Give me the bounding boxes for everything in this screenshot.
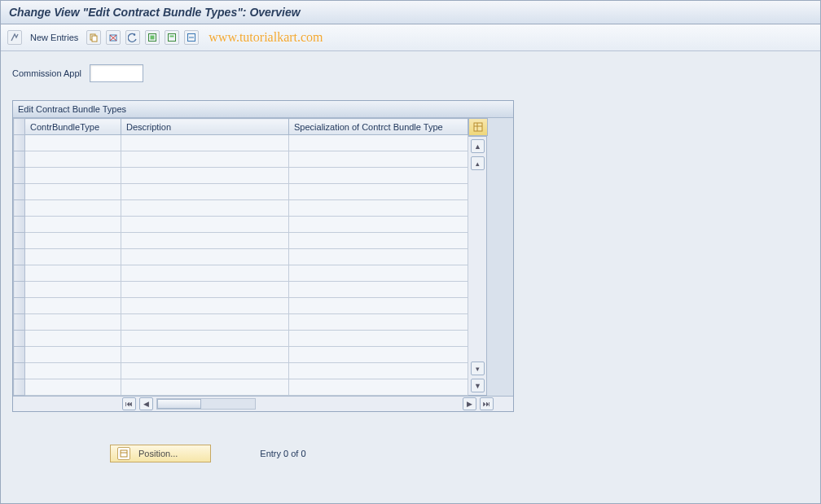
cell-description[interactable] (121, 217, 289, 233)
horizontal-scrollbar[interactable]: ⏮ ◀ ▶ ⏭ (13, 396, 513, 411)
new-entries-button[interactable]: New Entries (27, 33, 81, 42)
cell-specialization[interactable] (289, 314, 468, 331)
row-selector[interactable] (14, 135, 25, 151)
row-selector[interactable] (14, 200, 25, 217)
scroll-left-icon[interactable]: ◀ (139, 397, 153, 410)
hscroll-thumb[interactable] (157, 399, 201, 409)
cell-description[interactable] (121, 184, 289, 200)
cell-contrbundletype[interactable] (25, 184, 121, 200)
cell-description[interactable] (121, 168, 289, 184)
scroll-last-icon[interactable]: ⏭ (480, 397, 494, 410)
scroll-first-icon[interactable]: ⏮ (122, 397, 136, 410)
col-description[interactable]: Description (121, 119, 289, 135)
cell-contrbundletype[interactable] (25, 379, 121, 396)
scroll-right-icon[interactable]: ▶ (463, 397, 476, 410)
row-selector[interactable] (14, 265, 25, 282)
cell-contrbundletype[interactable] (25, 298, 121, 314)
table-row[interactable] (14, 151, 468, 168)
row-selector[interactable] (14, 298, 25, 314)
cell-specialization[interactable] (289, 265, 468, 282)
select-block-icon[interactable] (165, 30, 179, 45)
cell-contrbundletype[interactable] (25, 314, 121, 331)
row-selector[interactable] (14, 168, 25, 184)
cell-contrbundletype[interactable] (25, 249, 121, 265)
table-row[interactable] (14, 282, 468, 298)
cell-contrbundletype[interactable] (25, 347, 121, 363)
table-row[interactable] (14, 217, 468, 233)
cell-specialization[interactable] (289, 331, 468, 347)
table-config-icon[interactable] (468, 118, 488, 136)
cell-specialization[interactable] (289, 233, 468, 249)
select-all-icon[interactable] (145, 30, 160, 45)
cell-contrbundletype[interactable] (25, 151, 121, 168)
cell-specialization[interactable] (289, 298, 468, 314)
cell-specialization[interactable] (289, 168, 468, 184)
scroll-page-up-icon[interactable]: ▴ (471, 156, 485, 170)
toggle-icon[interactable] (7, 30, 22, 45)
cell-specialization[interactable] (289, 200, 468, 217)
scroll-page-down-icon[interactable]: ▾ (471, 362, 485, 375)
cell-description[interactable] (121, 135, 289, 151)
row-selector[interactable] (14, 282, 25, 298)
cell-specialization[interactable] (289, 249, 468, 265)
table-row[interactable] (14, 135, 468, 151)
cell-specialization[interactable] (289, 151, 468, 168)
row-selector[interactable] (14, 249, 25, 265)
table-row[interactable] (14, 314, 468, 331)
cell-specialization[interactable] (289, 363, 468, 379)
delete-icon[interactable] (106, 30, 121, 45)
cell-description[interactable] (121, 200, 289, 217)
row-selector[interactable] (14, 217, 25, 233)
cell-description[interactable] (121, 314, 289, 331)
row-selector[interactable] (14, 184, 25, 200)
cell-specialization[interactable] (289, 282, 468, 298)
row-selector[interactable] (14, 233, 25, 249)
cell-description[interactable] (121, 249, 289, 265)
table-row[interactable] (14, 265, 468, 282)
cell-description[interactable] (121, 298, 289, 314)
cell-description[interactable] (121, 151, 289, 168)
cell-contrbundletype[interactable] (25, 168, 121, 184)
cell-description[interactable] (121, 233, 289, 249)
cell-contrbundletype[interactable] (25, 217, 121, 233)
cell-specialization[interactable] (289, 184, 468, 200)
table-row[interactable] (14, 184, 468, 200)
table-row[interactable] (14, 168, 468, 184)
vertical-scrollbar[interactable]: ▲ ▴ ▾ ▼ (468, 136, 487, 396)
cell-specialization[interactable] (289, 135, 468, 151)
row-selector[interactable] (14, 331, 25, 347)
cell-description[interactable] (121, 282, 289, 298)
table-row[interactable] (14, 379, 468, 396)
cell-contrbundletype[interactable] (25, 135, 121, 151)
row-selector[interactable] (14, 314, 25, 331)
col-specialization[interactable]: Specialization of Contrct Bundle Type (289, 119, 468, 135)
row-selector[interactable] (14, 347, 25, 363)
hscroll-track[interactable] (156, 398, 256, 410)
position-button[interactable]: Position... (110, 445, 211, 462)
scroll-down-icon[interactable]: ▼ (471, 379, 485, 392)
row-selector[interactable] (14, 379, 25, 396)
cell-description[interactable] (121, 379, 289, 396)
cell-specialization[interactable] (289, 379, 468, 396)
table-row[interactable] (14, 249, 468, 265)
cell-contrbundletype[interactable] (25, 282, 121, 298)
undo-icon[interactable] (125, 30, 140, 45)
table-row[interactable] (14, 331, 468, 347)
table-row[interactable] (14, 200, 468, 217)
table-row[interactable] (14, 347, 468, 363)
cell-contrbundletype[interactable] (25, 331, 121, 347)
row-selector[interactable] (14, 151, 25, 168)
cell-description[interactable] (121, 331, 289, 347)
row-selector-header[interactable] (14, 119, 25, 135)
col-contrbundletype[interactable]: ContrBundleType (25, 119, 121, 135)
row-selector[interactable] (14, 363, 25, 379)
cell-specialization[interactable] (289, 217, 468, 233)
scroll-up-icon[interactable]: ▲ (471, 139, 485, 153)
cell-specialization[interactable] (289, 347, 468, 363)
deselect-all-icon[interactable] (184, 30, 199, 45)
cell-description[interactable] (121, 347, 289, 363)
commission-appl-input[interactable] (90, 64, 143, 82)
cell-description[interactable] (121, 363, 289, 379)
cell-contrbundletype[interactable] (25, 363, 121, 379)
table-row[interactable] (14, 363, 468, 379)
